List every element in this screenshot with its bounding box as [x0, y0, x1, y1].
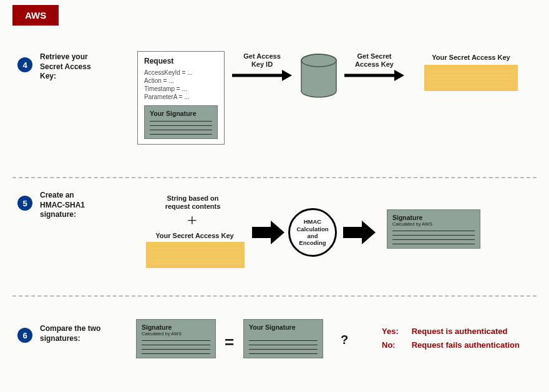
result-no-label: No:: [382, 340, 409, 350]
result-yes: Yes: Request is authenticated: [382, 327, 508, 336]
svg-rect-8: [343, 227, 362, 238]
step-5-title: Create an HMAC-SHA1 signature:: [40, 191, 109, 220]
divider: [12, 177, 537, 178]
step-6-circle: 6: [17, 328, 32, 343]
secret-key-blurred: [424, 65, 518, 91]
string-contents-label: String based on request contents: [152, 194, 233, 211]
hmac-circle: HMAC Calculation and Encoding: [288, 208, 337, 257]
svg-marker-7: [271, 221, 284, 244]
signature-title: Signature: [392, 214, 475, 221]
step-4-title: Retrieve your Secret Access Key:: [40, 52, 109, 82]
step-4-circle: 4: [17, 57, 32, 72]
signature-subtitle: [249, 331, 318, 337]
signature-calculated-box: Signature Calculated by AWS: [387, 209, 480, 249]
get-secret-label: Get Secret Access Key: [349, 52, 399, 69]
your-signature-box: Your Signature: [243, 319, 323, 358]
request-line: AccessKeyId = ...: [144, 69, 218, 76]
result-yes-text: Request is authenticated: [412, 327, 508, 336]
question-mark-icon: ?: [341, 333, 348, 347]
signature-title: Your Signature: [249, 323, 318, 331]
svg-marker-9: [362, 221, 376, 244]
signature-subtitle: Calculated by AWS: [392, 221, 475, 227]
database-cylinder-icon: [299, 54, 338, 100]
equals-icon: =: [225, 333, 234, 352]
svg-marker-1: [282, 70, 292, 81]
request-line: ParameterA = ...: [144, 93, 218, 100]
request-title: Request: [144, 57, 218, 65]
your-signature-box: Your Signature: [144, 105, 218, 139]
signature-title: Signature: [142, 323, 210, 331]
svg-rect-6: [252, 227, 271, 238]
request-box: Request AccessKeyId = ... Action = ... T…: [137, 51, 225, 145]
plus-icon: +: [187, 211, 197, 231]
svg-marker-5: [394, 70, 404, 81]
step-5-circle: 5: [17, 196, 32, 211]
request-line: Action = ...: [144, 77, 218, 84]
step-6-title: Compare the two signatures:: [40, 324, 115, 343]
arrow-icon: [232, 70, 292, 81]
secret-key-label: Your Secret Access Key: [145, 232, 245, 240]
result-no: No: Request fails authentication: [382, 340, 520, 350]
request-line: Timestamp = ...: [144, 85, 218, 92]
result-yes-label: Yes:: [382, 327, 409, 336]
signature-subtitle: Calculated by AWS: [142, 331, 210, 337]
divider: [12, 295, 537, 297]
result-no-text: Request fails authentication: [412, 340, 520, 350]
arrow-icon: [344, 70, 404, 81]
aws-badge: AWS: [12, 5, 59, 26]
signature-calculated-box: Signature Calculated by AWS: [136, 319, 216, 358]
get-keyid-label: Get Access Key ID: [237, 52, 287, 69]
your-secret-label: Your Secret Access Key: [424, 54, 518, 62]
thick-arrow-icon: [252, 221, 284, 244]
thick-arrow-icon: [343, 221, 376, 244]
signature-title: Your Signature: [150, 110, 212, 117]
secret-key-blurred: [146, 242, 245, 268]
